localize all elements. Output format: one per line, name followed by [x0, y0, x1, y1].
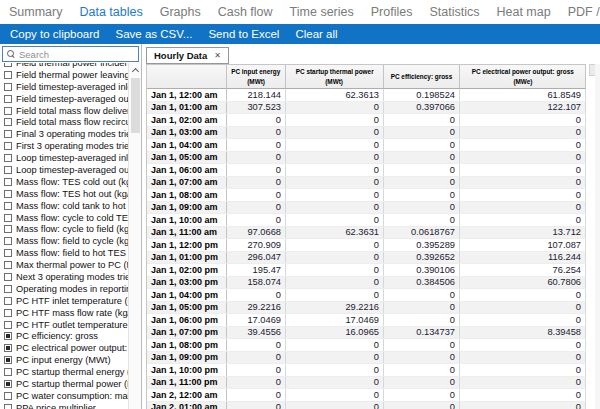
checkbox-icon[interactable] — [4, 285, 12, 293]
checkbox-icon[interactable] — [4, 273, 12, 281]
cell-value[interactable]: 0 — [384, 364, 460, 376]
sidebar-item[interactable]: PC startup thermal power (MWt) — [0, 378, 128, 390]
sidebar-item[interactable]: Mass flow: cycle to cold TES (kg/ — [0, 212, 128, 224]
cell-value[interactable]: 0 — [227, 127, 286, 139]
sidebar-item[interactable]: Loop timestep-averaged inlet ter — [0, 152, 128, 164]
cell-value[interactable]: 0 — [227, 377, 286, 389]
cell-value[interactable]: 0 — [460, 352, 586, 364]
row-label[interactable]: Jan 1, 09:00 am — [147, 202, 227, 214]
scrollbar-thumb[interactable] — [131, 78, 140, 133]
cell-value[interactable]: 0 — [384, 314, 460, 326]
cell-value[interactable]: 0 — [286, 177, 384, 189]
sidebar-item[interactable]: First 3 operating modes tried — [0, 140, 128, 152]
checkbox-icon[interactable] — [4, 309, 12, 317]
cell-value[interactable]: 0 — [384, 139, 460, 151]
cell-value[interactable]: 0 — [460, 389, 586, 401]
cell-value[interactable]: 0 — [227, 364, 286, 376]
row-label[interactable]: Jan 1, 05:00 pm — [147, 302, 227, 314]
cell-value[interactable]: 122.107 — [460, 102, 586, 114]
cell-value[interactable]: 0 — [384, 202, 460, 214]
cell-value[interactable]: 0.395289 — [384, 239, 460, 251]
row-label[interactable]: Jan 2, 12:00 am — [147, 389, 227, 401]
cell-value[interactable]: 0.0618767 — [384, 227, 460, 239]
row-label[interactable]: Jan 1, 12:00 am — [147, 89, 227, 101]
checkbox-icon[interactable] — [4, 118, 12, 126]
cell-value[interactable]: 0 — [227, 164, 286, 176]
sidebar-item[interactable]: PC HTF inlet temperature (C) — [0, 295, 128, 307]
cell-value[interactable]: 218.144 — [227, 89, 286, 101]
checkbox-icon[interactable] — [4, 297, 12, 305]
sidebar-item[interactable]: Next 3 operating modes tried — [0, 271, 128, 283]
cell-value[interactable]: 195.47 — [227, 264, 286, 276]
nav-tab-statistics[interactable]: Statistics — [429, 5, 479, 19]
sidebar-scrollbar[interactable] — [128, 63, 141, 409]
search-input[interactable] — [19, 49, 134, 60]
checkbox-icon[interactable] — [4, 214, 12, 222]
cell-value[interactable]: 0 — [286, 214, 384, 226]
cell-value[interactable]: 0 — [384, 402, 460, 409]
cell-value[interactable]: 16.0965 — [286, 327, 384, 339]
cell-value[interactable]: 0 — [286, 152, 384, 164]
cell-value[interactable]: 76.254 — [460, 264, 586, 276]
cell-value[interactable]: 0.392652 — [384, 252, 460, 264]
nav-tab-data-tables[interactable]: Data tables — [79, 5, 142, 19]
checkbox-icon[interactable] — [4, 142, 12, 150]
toolbar-button-save-as-csv[interactable]: Save as CSV... — [116, 28, 193, 40]
nav-tab-profiles[interactable]: Profiles — [371, 5, 413, 19]
cell-value[interactable]: 0 — [227, 339, 286, 351]
sidebar-item[interactable]: Field total mass flow delivered (k — [0, 105, 128, 117]
cell-value[interactable]: 0 — [286, 127, 384, 139]
cell-value[interactable]: 39.4556 — [227, 327, 286, 339]
cell-value[interactable]: 116.244 — [460, 252, 586, 264]
checkbox-icon[interactable] — [4, 71, 12, 79]
cell-value[interactable]: 0 — [460, 114, 586, 126]
nav-tab-cash-flow[interactable]: Cash flow — [218, 5, 273, 19]
cell-value[interactable]: 0 — [460, 152, 586, 164]
cell-value[interactable]: 0.384506 — [384, 277, 460, 289]
cell-value[interactable]: 8.39458 — [460, 327, 586, 339]
row-label[interactable]: Jan 1, 11:00 am — [147, 227, 227, 239]
cell-value[interactable]: 0 — [286, 377, 384, 389]
cell-value[interactable]: 0 — [227, 289, 286, 301]
sidebar-item[interactable]: PC HTF mass flow rate (kg/s) — [0, 307, 128, 319]
cell-value[interactable]: 158.074 — [227, 277, 286, 289]
sidebar-item[interactable]: PC efficiency: gross — [0, 330, 128, 342]
cell-value[interactable]: 0 — [227, 202, 286, 214]
sidebar-item[interactable]: Loop timestep-averaged outlet t — [0, 164, 128, 176]
checkbox-icon[interactable] — [4, 261, 12, 269]
checkbox-icon[interactable] — [4, 368, 12, 376]
toolbar-button-clear-all[interactable]: Clear all — [295, 28, 337, 40]
cell-value[interactable]: 0.390106 — [384, 264, 460, 276]
cell-value[interactable]: 0 — [227, 189, 286, 201]
nav-tab-summary[interactable]: Summary — [9, 5, 62, 19]
cell-value[interactable]: 0 — [460, 164, 586, 176]
sidebar-item[interactable]: Mass flow: cold tank to hot tank — [0, 200, 128, 212]
cell-value[interactable]: 0 — [460, 302, 586, 314]
sidebar-item[interactable]: PC input energy (MWt) — [0, 354, 128, 366]
checkbox-icon[interactable] — [4, 225, 12, 233]
checkbox-icon[interactable] — [4, 190, 12, 198]
cell-value[interactable]: 13.712 — [460, 227, 586, 239]
cell-value[interactable]: 0 — [227, 352, 286, 364]
row-label[interactable]: Jan 1, 04:00 pm — [147, 289, 227, 301]
cell-value[interactable]: 0 — [460, 189, 586, 201]
cell-value[interactable]: 97.0668 — [227, 227, 286, 239]
sidebar-item[interactable]: PC HTF outlet temperature (C) — [0, 319, 128, 331]
cell-value[interactable]: 0 — [286, 264, 384, 276]
sidebar-item[interactable]: Field timestep-averaged inlet ter — [0, 81, 128, 93]
cell-value[interactable]: 61.8549 — [460, 89, 586, 101]
cell-value[interactable]: 29.2216 — [286, 302, 384, 314]
row-label[interactable]: Jan 1, 06:00 am — [147, 164, 227, 176]
cell-value[interactable]: 0 — [286, 189, 384, 201]
row-label[interactable]: Jan 1, 01:00 pm — [147, 252, 227, 264]
row-label[interactable]: Jan 1, 08:00 am — [147, 189, 227, 201]
cell-value[interactable]: 17.0469 — [227, 314, 286, 326]
cell-value[interactable]: 0 — [286, 277, 384, 289]
nav-tab-pdf-c[interactable]: PDF / C — [568, 5, 600, 19]
search-box[interactable] — [2, 46, 139, 62]
cell-value[interactable]: 0 — [286, 389, 384, 401]
sidebar-item[interactable]: Operating modes in reporting tir — [0, 283, 128, 295]
checkbox-icon[interactable] — [4, 202, 12, 210]
cell-value[interactable]: 0 — [384, 289, 460, 301]
cell-value[interactable]: 0 — [460, 339, 586, 351]
